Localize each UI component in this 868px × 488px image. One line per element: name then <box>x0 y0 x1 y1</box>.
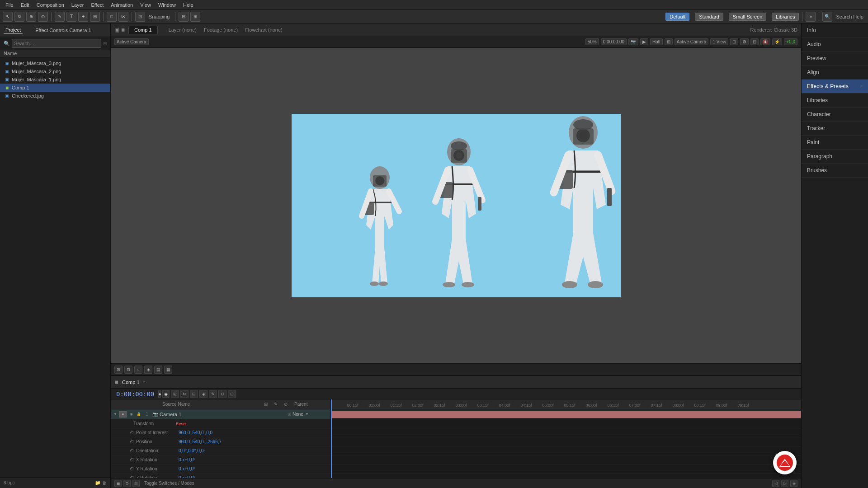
tool-shape[interactable]: □ <box>107 12 117 22</box>
tl-add-marker-btn[interactable]: ⊟ <box>132 480 140 487</box>
tl-new-comp-btn[interactable]: ◼ <box>114 480 122 487</box>
create-new-folder-btn[interactable]: 📁 <box>95 480 100 485</box>
right-panel-item-tracker[interactable]: Tracker <box>802 122 868 136</box>
layer-eye-camera[interactable]: ● <box>119 411 127 418</box>
toggle-switches-label[interactable]: Toggle Switches / Modes <box>142 481 197 486</box>
stopwatch-icon-orient[interactable]: ⏱ <box>130 448 134 453</box>
workspace-more[interactable]: » <box>806 12 816 22</box>
tool-pen[interactable]: ✎ <box>55 12 65 22</box>
tl-zoom-in-btn[interactable]: ▷ <box>781 480 788 487</box>
workspace-small-screen[interactable]: Small Screen <box>729 13 766 21</box>
tool-pin[interactable]: ⋈ <box>118 12 128 22</box>
track-bar-camera[interactable] <box>331 411 801 418</box>
viewer-nav-layer[interactable]: Layer (none) <box>169 27 197 33</box>
delete-item-btn[interactable]: 🗑 <box>102 480 107 485</box>
right-panel-item-character[interactable]: Character <box>802 108 868 122</box>
stopwatch-icon-xrot[interactable]: ⏱ <box>130 457 134 462</box>
right-panel-item-libraries[interactable]: Libraries <box>802 94 868 108</box>
prop-value-position[interactable]: 960,0 ,540,0 ,-2666,7 <box>179 439 222 444</box>
tool-select[interactable]: ↖ <box>3 12 13 22</box>
tool-snapping[interactable]: ⊡ <box>135 12 145 22</box>
right-panel-item-preview[interactable]: Preview <box>802 52 868 66</box>
right-panel-item-paragraph[interactable]: Paragraph <box>802 150 868 164</box>
menu-file[interactable]: File <box>2 0 17 9</box>
play-btn[interactable]: ▶ <box>640 38 648 45</box>
layer-row-camera[interactable]: ▼ ● ◉ 🔒 1 📷 Camera 1 ⊞ None ▼ <box>111 409 330 419</box>
menu-window[interactable]: Window <box>155 0 179 9</box>
tool-rotate[interactable]: ↻ <box>14 12 24 22</box>
menu-animation[interactable]: Animation <box>107 0 137 9</box>
project-file-item[interactable]: ▣ Mujer_Máscara_2.png <box>0 67 110 75</box>
menu-edit[interactable]: Edit <box>17 0 33 9</box>
tl-zoom-out-btn[interactable]: ◁ <box>772 480 779 487</box>
layer-lock-camera[interactable]: 🔒 <box>136 411 142 418</box>
tool-camera-orbit[interactable]: ⊙ <box>38 12 48 22</box>
timeline-btn-5[interactable]: ✎ <box>209 390 217 398</box>
right-panel-item-audio[interactable]: Audio <box>802 38 868 52</box>
tab-effect-controls[interactable]: Effect Controls Camera 1 <box>33 27 93 34</box>
viewer-nav-flowchart[interactable]: Flowchart (none) <box>245 27 283 33</box>
menu-layer[interactable]: Layer <box>68 0 88 9</box>
zoom-level-btn[interactable]: 50% <box>585 38 599 45</box>
viewer-tab-comp1[interactable]: Comp 1 <box>128 26 158 34</box>
tool-stamp[interactable]: ⊞ <box>90 12 100 22</box>
viewer-quality-btn[interactable]: ▦ <box>164 366 172 374</box>
timeline-timecode[interactable]: 0:00:00:00 <box>113 390 157 398</box>
viewer-render-btn[interactable]: ⊞ <box>114 366 123 374</box>
viewer-fast-preview-btn[interactable]: ⚡ <box>772 38 782 45</box>
workspace-standard[interactable]: Standard <box>695 13 723 21</box>
stopwatch-icon-yrot[interactable]: ⏱ <box>130 466 134 471</box>
project-file-item[interactable]: ▣ Mujer_Máscara_1.png <box>0 75 110 84</box>
right-panel-item-align[interactable]: Align <box>802 66 868 80</box>
workspace-libraries[interactable]: Libraries <box>772 13 799 21</box>
layer-solo-camera[interactable]: ◉ <box>128 411 134 418</box>
tab-project[interactable]: Project <box>4 26 23 34</box>
camera-icon-btn[interactable]: 📷 <box>628 38 638 45</box>
viewer-3d-btn[interactable]: ◈ <box>144 366 152 374</box>
prop-value-orientation[interactable]: 0,0°,0,0°,0,0° <box>179 448 205 453</box>
prop-value-yrot[interactable]: 0 x+0,0° <box>179 466 195 471</box>
timeline-icon-solo[interactable]: ◉ <box>162 390 170 398</box>
search-icon[interactable]: 🔍 <box>822 12 832 22</box>
viewer-snap-btn[interactable]: ⊟ <box>750 38 759 45</box>
tool-align[interactable]: ⊟ <box>179 12 189 22</box>
camera-transform-icon[interactable]: ⊞ <box>288 412 291 417</box>
timeline-btn-3[interactable]: ⊟ <box>190 390 198 398</box>
transform-row[interactable]: Transform Reset <box>111 419 330 428</box>
viewer-grid-btn[interactable]: ⊞ <box>665 38 673 45</box>
project-file-item[interactable]: ▣ Checkered.jpg <box>0 92 110 100</box>
project-file-comp1[interactable]: ◼ Comp 1 <box>0 84 110 92</box>
tool-zoom[interactable]: ⊕ <box>26 12 36 22</box>
parent-dropdown-camera[interactable]: ▼ <box>305 412 309 416</box>
timecode-display[interactable]: 0:00:00:00 <box>601 38 627 45</box>
viewer-grid-toggle-btn[interactable]: ⊟ <box>124 366 132 374</box>
right-panel-item-brushes[interactable]: Brushes <box>802 164 868 178</box>
right-panel-item-info[interactable]: Info <box>802 23 868 38</box>
stopwatch-icon-pos[interactable]: ⏱ <box>130 439 134 444</box>
stopwatch-icon-poi[interactable]: ⏱ <box>130 430 134 435</box>
timeline-btn-2[interactable]: ↻ <box>180 390 189 398</box>
right-panel-item-effects-presets[interactable]: Effects & Presets ≡ <box>802 80 868 94</box>
resolution-btn[interactable]: Half <box>650 38 663 45</box>
timeline-btn-6[interactable]: ⊙ <box>218 390 226 398</box>
menu-view[interactable]: View <box>137 0 155 9</box>
menu-help[interactable]: Help <box>179 0 197 9</box>
tl-fit-btn[interactable]: ◈ <box>790 480 797 487</box>
tool-more[interactable]: ⊞ <box>190 12 200 22</box>
timeline-btn-7[interactable]: ⊡ <box>228 390 236 398</box>
record-button[interactable] <box>773 451 797 474</box>
timeline-tab-comp[interactable]: Comp 1 <box>122 380 140 385</box>
menu-composition[interactable]: Composition <box>33 0 68 9</box>
tool-brush[interactable]: ✦ <box>78 12 88 22</box>
timeline-icon-eye[interactable]: ● <box>158 390 161 398</box>
project-file-item[interactable]: ▣ Mujer_Máscara_3.png <box>0 59 110 67</box>
tl-settings-btn[interactable]: ⚙ <box>123 480 131 487</box>
timeline-menu-icon[interactable]: ≡ <box>143 380 146 385</box>
viewer-nav-footage[interactable]: Footage (none) <box>204 27 238 33</box>
timeline-btn-4[interactable]: ◈ <box>199 390 208 398</box>
project-search-input[interactable] <box>12 39 101 48</box>
viewer-mute-btn[interactable]: 🔇 <box>760 38 770 45</box>
viewer-transparency-btn[interactable]: ▤ <box>154 366 162 374</box>
right-panel-item-paint[interactable]: Paint <box>802 136 868 150</box>
reset-label[interactable]: Reset <box>176 422 187 426</box>
